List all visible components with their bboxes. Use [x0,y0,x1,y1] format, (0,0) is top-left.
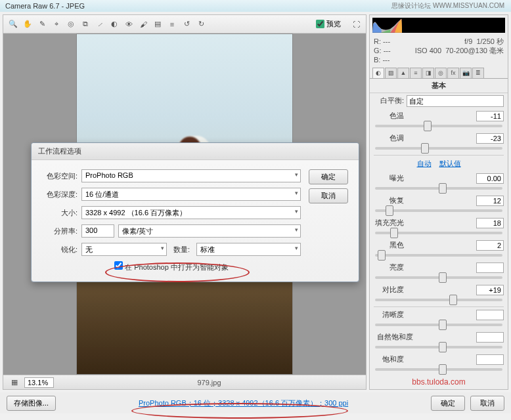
fill-slider[interactable] [375,232,502,234]
vibrance-slider[interactable] [375,346,502,348]
brightness-value[interactable] [476,262,504,273]
amount-label: 数量: [171,243,192,256]
open-smart-checkbox[interactable] [114,261,123,270]
temp-label: 色温 [374,111,404,121]
temp-slider[interactable] [375,125,502,127]
black-slider[interactable] [375,254,502,257]
tab-fx[interactable]: fx [447,68,459,78]
spot-icon[interactable]: ◐ [108,18,120,30]
panel-tabs: ◐ ▨ ▲ ≡ ◨ ◎ fx 📷 ≣ [370,66,508,79]
recovery-slider[interactable] [375,209,502,212]
dialog-cancel-button[interactable]: 取消 [309,188,348,203]
wb-label: 白平衡: [374,96,404,106]
gradient-icon[interactable]: ▤ [152,18,164,30]
dialog-ok-button[interactable]: 确定 [309,169,348,184]
saturation-slider[interactable] [375,368,502,371]
vibrance-label: 自然饱和度 [374,332,413,342]
depth-select[interactable]: 16 位/通道 [81,188,301,201]
tab-lens[interactable]: ◎ [435,68,447,78]
size-select[interactable]: 3328 x 4992 （16.6 百万像素） [81,206,301,219]
contrast-slider[interactable] [375,299,502,301]
readout-iso: ISO 400 [415,47,441,54]
rotate-cw-icon[interactable]: ↻ [195,18,207,30]
open-smart-checkbox-label[interactable]: 在 Photoshop 中打开为智能对象 [114,263,229,271]
tab-split[interactable]: ◨ [422,68,434,78]
auto-link[interactable]: 自动 [417,159,432,167]
clarity-value[interactable] [476,310,504,320]
exposure-label: 曝光 [374,173,404,183]
tint-slider[interactable] [375,147,502,150]
brightness-label: 亮度 [374,262,404,272]
tint-value[interactable] [476,133,504,144]
sharpen-select[interactable]: 无 [81,243,167,256]
tab-cal[interactable]: 📷 [460,68,472,78]
tab-curve[interactable]: ▨ [385,68,397,78]
straighten-icon[interactable]: ⟋ [94,18,106,30]
clarity-label: 清晰度 [374,310,404,320]
depth-label: 色彩深度: [42,190,78,200]
brightness-slider[interactable] [375,276,502,279]
dialog-title: 工作流程选项 [32,143,359,160]
clarity-slider[interactable] [375,324,502,326]
saturation-value[interactable] [476,354,504,365]
rotate-ccw-icon[interactable]: ↺ [181,18,192,30]
histogram [372,18,505,33]
black-value[interactable] [476,240,504,251]
brush-icon[interactable]: 🖌 [137,18,149,30]
contrast-value[interactable] [476,285,504,295]
readout-g: G: --- [374,46,391,55]
saturation-label: 饱和度 [374,354,404,364]
tint-label: 色调 [374,133,404,143]
res-input[interactable]: 300 [81,224,114,238]
colorspace-select[interactable]: ProPhoto RGB [81,169,301,182]
watermark-red: bbs.tuloda.com [370,375,508,389]
readout-aperture: f/9 [464,37,472,45]
info-readout: R: --- G: --- B: --- f/9 1/250 秒 ISO 400… [370,35,508,66]
readout-lens: 70-200@130 毫米 [445,47,504,54]
fullscreen-icon[interactable]: ⛶ [350,18,362,30]
hand-icon[interactable]: ✋ [22,18,33,30]
prefs-icon[interactable]: ≡ [166,18,178,30]
readout-r: R: --- [374,37,391,46]
tab-detail[interactable]: ▲ [397,68,409,78]
contrast-label: 对比度 [374,285,404,295]
black-label: 黑色 [374,240,404,250]
footer-cancel-button[interactable]: 取消 [470,396,504,411]
readout-b: B: --- [374,55,391,64]
filename: 979.jpg [58,379,361,387]
target-adjust-icon[interactable]: ◎ [65,18,77,30]
panel-title: 基本 [370,79,508,93]
sampler-icon[interactable]: ⌖ [51,18,62,30]
recovery-value[interactable] [476,196,504,206]
vibrance-value[interactable] [476,332,504,343]
tab-hsl[interactable]: ≡ [410,68,422,78]
exposure-value[interactable] [476,173,504,184]
tab-basic[interactable]: ◐ [372,68,384,78]
readout-shutter: 1/250 秒 [476,37,504,45]
eyedropper-icon[interactable]: ✎ [36,18,48,30]
zoom-level[interactable]: 13.1% [24,377,54,388]
zoom-icon[interactable]: 🔍 [7,18,19,30]
workflow-link[interactable]: ProPhoto RGB；16 位；3328 x 4992（16.6 百万像素）… [61,398,426,408]
colorspace-label: 色彩空间: [42,171,78,181]
res-unit-select[interactable]: 像素/英寸 [118,224,301,238]
exposure-slider[interactable] [375,187,502,190]
default-link[interactable]: 默认值 [439,159,461,167]
fill-value[interactable] [476,218,504,228]
footer: 存储图像... ProPhoto RGB；16 位；3328 x 4992（16… [0,392,511,413]
res-label: 分辨率: [42,226,78,236]
wb-select[interactable]: 自定 [407,95,504,107]
right-panel: R: --- G: --- B: --- f/9 1/250 秒 ISO 400… [369,14,508,390]
footer-ok-button[interactable]: 确定 [431,396,465,411]
temp-value[interactable] [476,111,504,121]
amount-select[interactable]: 标准 [196,243,301,256]
recovery-label: 恢复 [374,196,404,205]
zoom-menu-icon[interactable]: ▦ [9,377,20,388]
redeye-icon[interactable]: 👁 [123,18,135,30]
preview-checkbox[interactable] [316,20,324,28]
preview-toggle[interactable]: 预览 [316,19,341,29]
watermark-top: 思缘设计论坛 WWW.MISSYUAN.COM [391,1,504,10]
crop-icon[interactable]: ⧉ [79,18,91,30]
save-image-button[interactable]: 存储图像... [7,396,56,411]
tab-preset[interactable]: ≣ [472,68,484,78]
